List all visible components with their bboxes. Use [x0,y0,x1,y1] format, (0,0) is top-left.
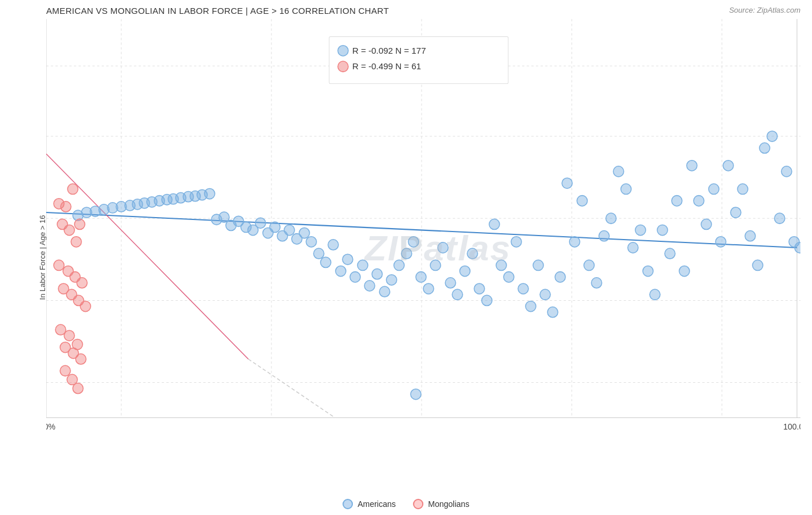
svg-point-90 [577,196,587,206]
chart-area: ZIPatlas 100.0% 80.0% 60.0% 40.0% [46,19,800,476]
svg-point-102 [665,248,675,259]
svg-point-79 [496,260,506,270]
svg-point-80 [504,272,514,282]
svg-point-121 [411,389,421,400]
svg-point-54 [314,248,324,259]
svg-point-60 [357,260,368,270]
legend-item-americans: Americans [342,499,396,509]
svg-point-98 [635,225,646,235]
svg-point-85 [540,289,550,300]
svg-point-76 [474,283,485,294]
svg-point-78 [489,219,500,229]
svg-point-107 [701,219,712,229]
svg-point-139 [64,330,75,341]
svg-point-66 [401,248,412,259]
chart-legend: Americans Mongolians [342,499,470,509]
svg-point-99 [643,266,653,276]
svg-point-101 [657,225,668,235]
svg-text:100.0%: 100.0% [783,422,800,431]
svg-text:0.0%: 0.0% [46,422,55,431]
svg-point-109 [716,237,726,247]
svg-point-71 [438,242,448,253]
svg-point-113 [745,231,755,241]
svg-point-93 [599,231,609,241]
svg-point-63 [379,286,390,297]
svg-point-94 [606,213,616,223]
svg-point-65 [394,260,404,270]
svg-point-75 [467,248,478,259]
chart-container: AMERICAN VS MONGOLIAN IN LABOR FORCE | A… [0,0,812,515]
svg-point-69 [423,283,434,294]
svg-point-126 [68,184,78,194]
svg-point-96 [621,184,631,194]
svg-point-52 [299,227,310,238]
svg-text:R = -0.092   N = 177: R = -0.092 N = 177 [352,46,426,55]
svg-point-53 [306,237,316,247]
svg-point-114 [753,260,763,270]
legend-label-mongolians: Mongolians [428,499,470,509]
legend-dot-blue [342,499,353,509]
svg-point-118 [781,166,792,177]
svg-point-117 [774,213,785,223]
svg-point-46 [255,218,266,228]
svg-rect-146 [329,36,508,83]
legend-label-americans: Americans [357,499,396,509]
svg-point-62 [372,269,382,279]
svg-point-105 [687,161,697,171]
chart-title: AMERICAN VS MONGOLIAN IN LABOR FORCE | A… [46,6,800,16]
svg-point-57 [336,266,346,276]
svg-point-50 [284,225,295,235]
svg-point-68 [416,272,426,282]
svg-point-82 [518,283,528,294]
svg-point-58 [342,254,353,264]
svg-point-141 [72,339,83,349]
svg-point-112 [737,184,748,194]
svg-point-135 [77,278,87,288]
source-label: Source: ZipAtlas.com [729,6,800,14]
svg-point-55 [321,257,331,267]
svg-point-64 [386,275,397,285]
svg-point-106 [694,196,704,206]
svg-point-143 [60,365,70,376]
svg-rect-149 [338,61,348,72]
svg-point-59 [350,272,360,282]
svg-point-39 [204,188,215,199]
svg-rect-147 [338,46,348,56]
svg-point-74 [460,266,470,276]
svg-point-88 [562,178,572,188]
svg-point-92 [591,278,602,288]
svg-point-103 [672,196,682,206]
svg-point-110 [723,161,733,171]
scatter-chart: 100.0% 80.0% 60.0% 40.0% 0.0% 100.0% [46,19,800,476]
svg-point-145 [73,383,83,394]
svg-point-124 [61,201,71,212]
svg-point-100 [650,289,660,300]
svg-point-67 [408,237,419,247]
svg-point-125 [64,225,75,235]
svg-point-48 [270,222,280,232]
svg-point-129 [54,260,64,270]
svg-point-81 [511,237,522,247]
svg-point-83 [526,301,536,311]
svg-point-72 [445,278,456,288]
legend-item-mongolians: Mongolians [413,499,470,509]
y-axis-label: In Labor Force | Age > 16 [38,215,47,300]
svg-point-56 [328,240,338,250]
svg-point-61 [364,281,375,291]
svg-point-97 [628,242,638,253]
svg-point-91 [584,260,594,270]
svg-point-142 [76,354,86,364]
svg-line-20 [46,154,248,359]
svg-point-108 [709,184,719,194]
svg-point-104 [679,266,690,276]
svg-point-77 [482,295,492,305]
svg-point-127 [71,237,81,247]
svg-line-21 [248,359,335,418]
svg-point-86 [547,307,558,318]
svg-point-95 [613,166,624,177]
legend-dot-pink [413,499,423,509]
svg-point-70 [430,260,441,270]
svg-point-84 [533,260,543,270]
svg-point-136 [80,301,91,311]
svg-point-87 [555,272,565,282]
